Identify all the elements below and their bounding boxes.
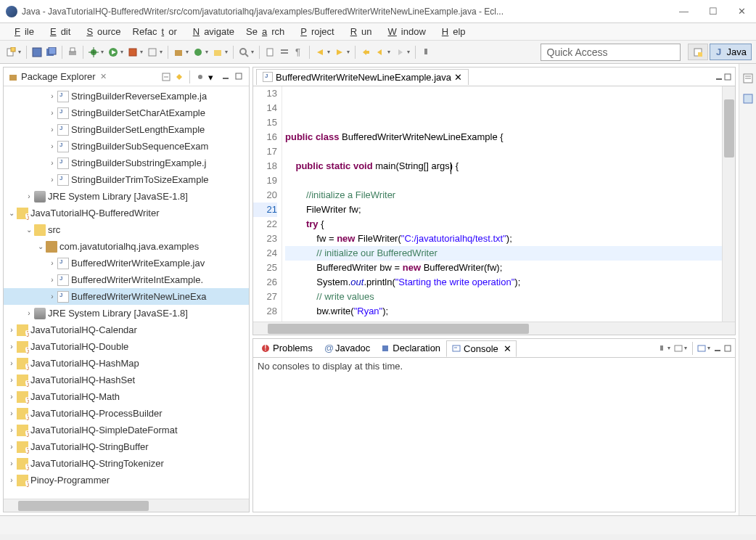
tree-item[interactable]: ›JavaTutorialHQ-HashSet xyxy=(4,372,249,388)
minimize-button[interactable]: — xyxy=(675,4,693,18)
twisty-icon[interactable]: ⌄ xyxy=(36,242,46,250)
outline-icon[interactable] xyxy=(742,73,754,84)
tree-item[interactable]: ›StringBuilderSubstringExample.j xyxy=(4,155,249,171)
twisty-icon[interactable]: › xyxy=(7,343,17,351)
minimize-icon[interactable] xyxy=(713,344,722,353)
run-icon[interactable] xyxy=(107,46,120,59)
twisty-icon[interactable]: › xyxy=(7,443,17,451)
open-perspective-button[interactable] xyxy=(688,44,708,60)
link-editor-icon[interactable] xyxy=(174,72,184,82)
twisty-icon[interactable]: › xyxy=(7,459,17,467)
tree-item[interactable]: ›JavaTutorialHQ-Double xyxy=(4,338,249,355)
tab-console[interactable]: Console✕ xyxy=(446,340,517,357)
menu-window[interactable]: Window xyxy=(379,25,430,38)
twisty-icon[interactable]: › xyxy=(47,176,57,184)
titlebar[interactable]: Java - JavaTutorialHQ-BufferedWriter/src… xyxy=(0,0,756,23)
new-class-icon[interactable] xyxy=(192,46,205,59)
menu-refactor[interactable]: Refactor xyxy=(128,25,181,38)
maximize-icon[interactable] xyxy=(723,344,732,353)
tab-problems[interactable]: !Problems xyxy=(256,340,317,356)
view-menu-icon[interactable]: ▾ xyxy=(208,72,218,82)
twisty-icon[interactable]: › xyxy=(7,476,17,484)
twisty-icon[interactable]: › xyxy=(24,309,34,317)
menu-file[interactable]: File xyxy=(6,25,38,38)
menu-edit[interactable]: Edit xyxy=(41,25,75,38)
show-whitespace-icon[interactable]: ¶ xyxy=(292,46,305,59)
minimize-icon[interactable] xyxy=(715,73,723,81)
scrollbar-thumb[interactable] xyxy=(724,99,734,158)
tree-item[interactable]: ›JRE System Library [JavaSE-1.8] xyxy=(4,305,249,322)
tree-item[interactable]: ›JavaTutorialHQ-ProcessBuilder xyxy=(4,405,249,422)
dropdown-icon[interactable]: ▾ xyxy=(407,49,410,55)
twisty-icon[interactable]: › xyxy=(47,92,57,100)
close-icon[interactable]: ✕ xyxy=(100,72,107,81)
tree-item[interactable]: ⌄JavaTutorialHQ-BufferedWriter xyxy=(4,205,249,221)
back-icon[interactable] xyxy=(374,46,387,59)
twisty-icon[interactable]: › xyxy=(47,159,57,167)
dropdown-icon[interactable]: ▾ xyxy=(347,49,350,55)
tree-item[interactable]: ›BufferedWriterWriteIntExample. xyxy=(4,271,249,288)
pin-icon[interactable] xyxy=(419,46,432,59)
print-icon[interactable] xyxy=(66,46,79,59)
twisty-icon[interactable]: › xyxy=(7,409,17,417)
tree-item[interactable]: ›StringBuilderSetCharAtExample xyxy=(4,105,249,121)
package-explorer-tree[interactable]: ›StringBuilderReverseExample.ja›StringBu… xyxy=(4,86,249,499)
code-area[interactable]: public class BufferedWriterWriteNewLineE… xyxy=(282,86,722,322)
tree-item[interactable]: ›JavaTutorialHQ-Calendar xyxy=(4,322,249,338)
twisty-icon[interactable]: ⌄ xyxy=(7,209,17,217)
twisty-icon[interactable]: › xyxy=(7,426,17,434)
tree-item[interactable]: ›BufferedWriterWriteExample.jav xyxy=(4,255,249,271)
twisty-icon[interactable]: › xyxy=(47,276,57,284)
horizontal-scrollbar[interactable] xyxy=(253,322,735,335)
java-perspective-button[interactable]: JJava xyxy=(710,44,752,60)
tree-item[interactable]: ›BufferedWriterWriteNewLineExa xyxy=(4,288,249,305)
twisty-icon[interactable]: › xyxy=(47,259,57,267)
save-all-icon[interactable] xyxy=(45,46,58,59)
menu-help[interactable]: Help xyxy=(433,25,470,38)
twisty-icon[interactable]: › xyxy=(7,376,17,384)
tree-item[interactable]: ›JavaTutorialHQ-HashMap xyxy=(4,355,249,372)
run-last-icon[interactable] xyxy=(126,46,139,59)
tree-item[interactable]: ›JavaTutorialHQ-SimpleDateFormat xyxy=(4,422,249,438)
pin-console-icon[interactable] xyxy=(657,343,667,353)
scrollbar-thumb[interactable] xyxy=(268,324,529,334)
menu-source[interactable]: Source xyxy=(78,25,125,38)
maximize-icon[interactable] xyxy=(234,72,245,82)
next-annotation-icon[interactable] xyxy=(313,46,326,59)
new-icon[interactable] xyxy=(4,46,17,59)
tree-item[interactable]: ⌄com.javatutorialhq.java.examples xyxy=(4,238,249,255)
open-console-icon[interactable] xyxy=(697,343,707,353)
dropdown-icon[interactable]: ▾ xyxy=(120,49,123,55)
dropdown-icon[interactable]: ▾ xyxy=(327,49,330,55)
twisty-icon[interactable]: › xyxy=(7,359,17,367)
tree-item[interactable]: ›JavaTutorialHQ-StringBuffer xyxy=(4,438,249,455)
tree-item[interactable]: ›JavaTutorialHQ-StringTokenizer xyxy=(4,455,249,472)
dropdown-icon[interactable]: ▾ xyxy=(160,49,163,55)
twisty-icon[interactable]: › xyxy=(47,126,57,134)
search-icon[interactable] xyxy=(237,46,250,59)
tree-item[interactable]: ›StringBuilderSubSequenceExam xyxy=(4,138,249,155)
ext-tools-icon[interactable] xyxy=(146,46,159,59)
twisty-icon[interactable]: › xyxy=(7,326,17,334)
menu-run[interactable]: Run xyxy=(342,25,377,38)
twisty-icon[interactable]: ⌄ xyxy=(24,226,34,234)
tree-item[interactable]: ›StringBuilderTrimToSizeExample xyxy=(4,171,249,188)
dropdown-icon[interactable]: ▾ xyxy=(225,49,228,55)
maximize-icon[interactable] xyxy=(723,73,732,81)
toggle-block-icon[interactable] xyxy=(278,46,291,59)
twisty-icon[interactable]: › xyxy=(24,192,34,200)
twisty-icon[interactable]: › xyxy=(47,142,57,150)
dropdown-icon[interactable]: ▾ xyxy=(205,49,208,55)
vertical-scrollbar[interactable] xyxy=(722,86,735,322)
dropdown-icon[interactable]: ▾ xyxy=(18,49,21,55)
line-number-gutter[interactable]: 13141516171819202122232425262728 xyxy=(253,86,282,322)
twisty-icon[interactable]: › xyxy=(47,292,57,300)
save-icon[interactable] xyxy=(30,46,44,59)
open-type-icon[interactable] xyxy=(211,46,224,59)
twisty-icon[interactable]: › xyxy=(7,393,17,401)
menu-project[interactable]: Project xyxy=(292,25,338,38)
prev-annotation-icon[interactable] xyxy=(333,46,346,59)
close-icon[interactable]: ✕ xyxy=(504,343,511,354)
debug-icon[interactable] xyxy=(87,46,100,59)
focus-task-icon[interactable] xyxy=(195,72,205,82)
